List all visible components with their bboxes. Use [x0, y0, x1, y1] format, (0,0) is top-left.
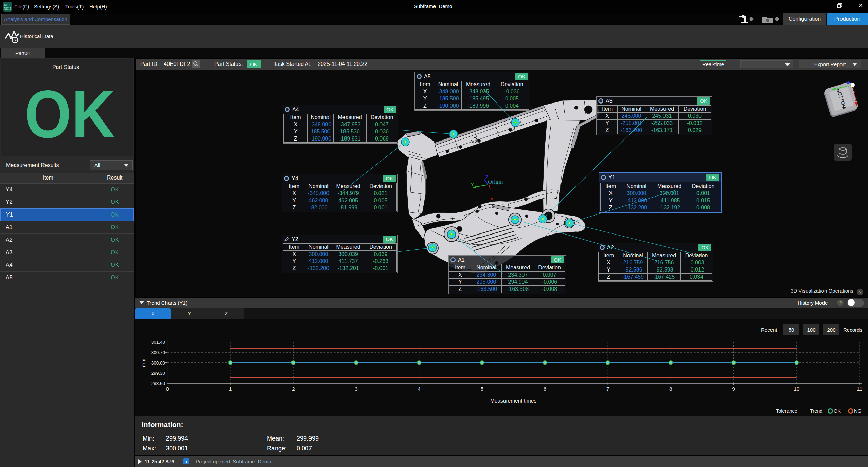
svg-text:Y: Y	[471, 182, 474, 187]
svg-text:OK: OK	[834, 408, 841, 414]
svg-text:A: A	[490, 197, 494, 202]
svg-text:6: 6	[544, 386, 547, 392]
svg-text:mm: mm	[141, 359, 146, 367]
svg-text:9: 9	[732, 386, 735, 392]
svg-text:Tolerance: Tolerance	[776, 408, 797, 414]
svg-text:300.00: 300.00	[151, 360, 165, 366]
svg-text:8: 8	[669, 386, 672, 392]
svg-text:7: 7	[606, 386, 609, 392]
svg-text:1: 1	[229, 386, 232, 392]
svg-text:5: 5	[480, 386, 483, 392]
svg-text:10: 10	[794, 386, 800, 392]
svg-text:Z: Z	[485, 174, 489, 180]
svg-text:299.30: 299.30	[151, 371, 165, 376]
svg-text:298.60: 298.60	[151, 381, 165, 386]
svg-text:0: 0	[166, 386, 169, 392]
svg-text:Trend: Trend	[810, 408, 822, 414]
svg-text:Measurement times: Measurement times	[490, 398, 536, 404]
svg-text:Origin: Origin	[488, 179, 503, 185]
svg-text:2: 2	[292, 386, 295, 392]
svg-text:NG: NG	[854, 408, 862, 414]
svg-text:301.40: 301.40	[151, 340, 165, 345]
svg-text:300.70: 300.70	[151, 350, 165, 355]
svg-text:11: 11	[857, 386, 862, 392]
svg-text:3: 3	[355, 386, 358, 392]
svg-text:4: 4	[418, 386, 421, 392]
